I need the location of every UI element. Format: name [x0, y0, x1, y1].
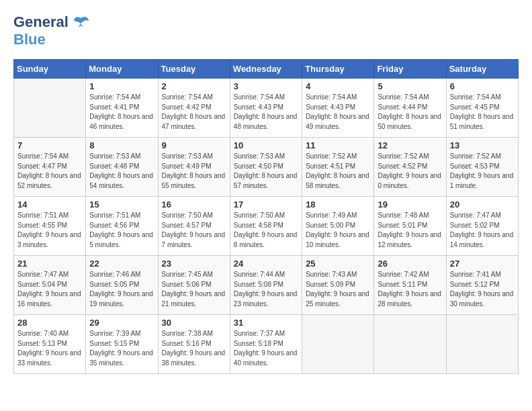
day-number: 20 [450, 199, 515, 210]
day-info: Sunrise: 7:42 AMSunset: 5:11 PMDaylight:… [378, 270, 442, 309]
day-info: Sunrise: 7:47 AMSunset: 5:02 PMDaylight:… [450, 211, 515, 250]
calendar-week-row: 14Sunrise: 7:51 AMSunset: 4:55 PMDayligh… [14, 197, 519, 256]
day-number: 21 [17, 259, 82, 269]
day-info: Sunrise: 7:50 AMSunset: 4:57 PMDaylight:… [162, 211, 226, 250]
calendar-cell: 29Sunrise: 7:39 AMSunset: 5:15 PMDayligh… [86, 315, 158, 374]
calendar-cell: 4Sunrise: 7:54 AMSunset: 4:43 PMDaylight… [302, 79, 374, 138]
logo-blue-text: Blue [13, 31, 46, 48]
calendar-cell [374, 315, 446, 374]
day-info: Sunrise: 7:49 AMSunset: 5:00 PMDaylight:… [306, 211, 370, 250]
calendar-cell: 25Sunrise: 7:43 AMSunset: 5:09 PMDayligh… [302, 256, 374, 315]
day-number: 5 [378, 81, 442, 91]
day-number: 28 [17, 318, 82, 328]
day-number: 3 [234, 81, 298, 91]
day-info: Sunrise: 7:41 AMSunset: 5:12 PMDaylight:… [450, 270, 515, 309]
calendar-cell: 5Sunrise: 7:54 AMSunset: 4:44 PMDaylight… [374, 79, 446, 138]
day-header-wednesday: Wednesday [230, 60, 302, 79]
day-info: Sunrise: 7:51 AMSunset: 4:56 PMDaylight:… [89, 211, 154, 250]
day-header-monday: Monday [86, 60, 158, 79]
calendar-cell: 28Sunrise: 7:40 AMSunset: 5:13 PMDayligh… [14, 315, 86, 374]
day-number: 22 [89, 259, 154, 269]
day-header-tuesday: Tuesday [158, 60, 230, 79]
calendar-cell: 24Sunrise: 7:44 AMSunset: 5:08 PMDayligh… [230, 256, 302, 315]
calendar-week-row: 7Sunrise: 7:54 AMSunset: 4:47 PMDaylight… [14, 138, 519, 197]
day-info: Sunrise: 7:38 AMSunset: 5:16 PMDaylight:… [162, 329, 226, 368]
day-number: 23 [162, 259, 226, 269]
day-info: Sunrise: 7:48 AMSunset: 5:01 PMDaylight:… [378, 211, 442, 250]
day-number: 13 [450, 140, 515, 150]
day-number: 16 [162, 199, 226, 210]
calendar-cell: 9Sunrise: 7:53 AMSunset: 4:49 PMDaylight… [158, 138, 230, 197]
calendar-cell: 7Sunrise: 7:54 AMSunset: 4:47 PMDaylight… [14, 138, 86, 197]
calendar-cell: 30Sunrise: 7:38 AMSunset: 5:16 PMDayligh… [158, 315, 230, 374]
day-info: Sunrise: 7:47 AMSunset: 5:04 PMDaylight:… [17, 270, 82, 309]
calendar-header-row: SundayMondayTuesdayWednesdayThursdayFrid… [14, 60, 519, 79]
calendar-cell [14, 79, 86, 138]
day-info: Sunrise: 7:54 AMSunset: 4:41 PMDaylight:… [89, 93, 154, 132]
calendar-cell: 23Sunrise: 7:45 AMSunset: 5:06 PMDayligh… [158, 256, 230, 315]
calendar-cell: 12Sunrise: 7:52 AMSunset: 4:52 PMDayligh… [374, 138, 446, 197]
logo: General Blue [13, 13, 90, 48]
calendar-cell: 6Sunrise: 7:54 AMSunset: 4:45 PMDaylight… [446, 79, 518, 138]
day-number: 15 [89, 199, 154, 210]
day-header-sunday: Sunday [14, 60, 86, 79]
page-header: General Blue [13, 13, 519, 48]
day-number: 31 [234, 318, 298, 328]
calendar-cell [302, 315, 374, 374]
calendar-cell: 31Sunrise: 7:37 AMSunset: 5:18 PMDayligh… [230, 315, 302, 374]
calendar-cell: 17Sunrise: 7:50 AMSunset: 4:58 PMDayligh… [230, 197, 302, 256]
day-info: Sunrise: 7:43 AMSunset: 5:09 PMDaylight:… [306, 270, 370, 309]
calendar-cell: 14Sunrise: 7:51 AMSunset: 4:55 PMDayligh… [14, 197, 86, 256]
calendar-cell: 2Sunrise: 7:54 AMSunset: 4:42 PMDaylight… [158, 79, 230, 138]
day-info: Sunrise: 7:52 AMSunset: 4:53 PMDaylight:… [450, 152, 515, 191]
day-info: Sunrise: 7:52 AMSunset: 4:51 PMDaylight:… [306, 152, 370, 191]
calendar-cell: 16Sunrise: 7:50 AMSunset: 4:57 PMDayligh… [158, 197, 230, 256]
calendar-cell: 15Sunrise: 7:51 AMSunset: 4:56 PMDayligh… [86, 197, 158, 256]
day-number: 14 [17, 199, 82, 210]
day-header-thursday: Thursday [302, 60, 374, 79]
day-number: 4 [306, 81, 370, 91]
day-number: 19 [378, 199, 442, 210]
day-info: Sunrise: 7:51 AMSunset: 4:55 PMDaylight:… [17, 211, 82, 250]
day-number: 6 [450, 81, 515, 91]
logo-general-text: General [13, 13, 69, 31]
day-info: Sunrise: 7:54 AMSunset: 4:45 PMDaylight:… [450, 93, 515, 132]
day-info: Sunrise: 7:53 AMSunset: 4:50 PMDaylight:… [234, 152, 298, 191]
day-info: Sunrise: 7:54 AMSunset: 4:44 PMDaylight:… [378, 93, 442, 132]
day-info: Sunrise: 7:44 AMSunset: 5:08 PMDaylight:… [234, 270, 298, 309]
day-info: Sunrise: 7:54 AMSunset: 4:43 PMDaylight:… [234, 93, 298, 132]
calendar-cell: 22Sunrise: 7:46 AMSunset: 5:05 PMDayligh… [86, 256, 158, 315]
calendar-cell: 11Sunrise: 7:52 AMSunset: 4:51 PMDayligh… [302, 138, 374, 197]
calendar-table: SundayMondayTuesdayWednesdayThursdayFrid… [13, 59, 519, 374]
day-number: 25 [306, 259, 370, 269]
day-info: Sunrise: 7:54 AMSunset: 4:43 PMDaylight:… [306, 93, 370, 132]
calendar-cell: 21Sunrise: 7:47 AMSunset: 5:04 PMDayligh… [14, 256, 86, 315]
day-number: 11 [306, 140, 370, 150]
day-info: Sunrise: 7:45 AMSunset: 5:06 PMDaylight:… [162, 270, 226, 309]
day-header-saturday: Saturday [446, 60, 518, 79]
day-info: Sunrise: 7:54 AMSunset: 4:47 PMDaylight:… [17, 152, 82, 191]
day-number: 24 [234, 259, 298, 269]
day-number: 7 [17, 140, 82, 150]
day-info: Sunrise: 7:52 AMSunset: 4:52 PMDaylight:… [378, 152, 442, 191]
day-info: Sunrise: 7:40 AMSunset: 5:13 PMDaylight:… [17, 329, 82, 368]
calendar-cell: 13Sunrise: 7:52 AMSunset: 4:53 PMDayligh… [446, 138, 518, 197]
day-number: 17 [234, 199, 298, 210]
day-info: Sunrise: 7:37 AMSunset: 5:18 PMDaylight:… [234, 329, 298, 368]
day-info: Sunrise: 7:39 AMSunset: 5:15 PMDaylight:… [89, 329, 154, 368]
calendar-cell: 19Sunrise: 7:48 AMSunset: 5:01 PMDayligh… [374, 197, 446, 256]
calendar-week-row: 1Sunrise: 7:54 AMSunset: 4:41 PMDaylight… [14, 79, 519, 138]
day-number: 26 [378, 259, 442, 269]
day-number: 29 [89, 318, 154, 328]
day-info: Sunrise: 7:54 AMSunset: 4:42 PMDaylight:… [162, 93, 226, 132]
calendar-cell: 18Sunrise: 7:49 AMSunset: 5:00 PMDayligh… [302, 197, 374, 256]
day-info: Sunrise: 7:46 AMSunset: 5:05 PMDaylight:… [89, 270, 154, 309]
calendar-cell: 3Sunrise: 7:54 AMSunset: 4:43 PMDaylight… [230, 79, 302, 138]
logo-bird-icon [71, 15, 90, 29]
day-number: 9 [162, 140, 226, 150]
day-number: 30 [162, 318, 226, 328]
day-number: 1 [89, 81, 154, 91]
day-info: Sunrise: 7:53 AMSunset: 4:48 PMDaylight:… [89, 152, 154, 191]
calendar-cell [446, 315, 518, 374]
calendar-cell: 20Sunrise: 7:47 AMSunset: 5:02 PMDayligh… [446, 197, 518, 256]
